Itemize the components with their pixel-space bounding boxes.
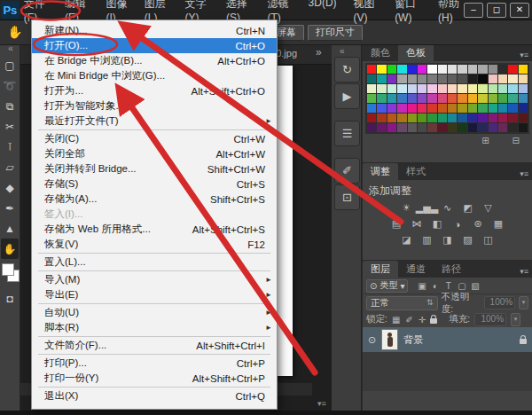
swatch-3-0[interactable] [367,94,376,103]
file-menu-item-15[interactable]: 恢复(V)F12 [32,237,277,252]
color-balance-icon[interactable]: ⋈ [410,216,424,231]
file-menu-item-12[interactable]: 存储为(A)...Shift+Ctrl+S [32,192,277,207]
swatch-3-4[interactable] [408,94,417,103]
swatch-6-1[interactable] [377,123,386,132]
close-button[interactable]: ✕ [510,3,529,18]
swatch-3-9[interactable] [458,94,466,103]
swatch-1-13[interactable] [498,74,507,83]
swatch-0-7[interactable] [438,65,447,74]
swatch-1-5[interactable] [418,74,426,83]
swatch-2-8[interactable] [448,84,457,93]
swatch-4-9[interactable] [458,104,466,113]
swatch-1-8[interactable] [448,74,457,83]
swatch-5-10[interactable] [468,114,477,122]
levels-icon[interactable]: ▂▅▃ [420,200,434,215]
swatch-5-9[interactable] [458,114,466,122]
swatch-4-6[interactable] [427,104,436,113]
swatch-4-10[interactable] [468,104,477,113]
file-menu-item-27[interactable]: 打印(P)...Ctrl+P [32,356,277,371]
swatch-0-8[interactable] [448,65,457,74]
print-size-button[interactable]: 打印尺寸 [308,25,363,41]
layer-thumbnail[interactable] [381,329,398,350]
swatch-4-7[interactable] [438,104,447,113]
swatch-3-11[interactable] [478,94,487,103]
swatch-1-12[interactable] [489,74,497,83]
file-menu-item-9[interactable]: 关闭全部Alt+Ctrl+W [32,146,277,161]
swatch-1-2[interactable] [387,74,396,83]
swatch-0-0[interactable] [367,65,376,74]
swatch-2-11[interactable] [478,84,487,93]
swatch-0-6[interactable] [427,65,436,74]
swatch-2-12[interactable] [489,84,497,93]
foreground-color-swatch[interactable] [2,263,14,276]
swatch-2-1[interactable] [377,84,386,93]
swatch-5-0[interactable] [367,114,376,122]
layers-tab-通道[interactable]: 通道 [398,261,434,278]
swatch-5-12[interactable] [489,114,497,122]
swatch-3-3[interactable] [397,94,406,103]
visibility-eye-icon[interactable]: ⊙ [368,334,376,346]
swatch-0-13[interactable] [498,65,507,74]
swatch-6-3[interactable] [397,123,406,132]
adjustments-tab-调整[interactable]: 调整 [363,163,398,180]
swatch-5-2[interactable] [387,114,396,122]
swatch-2-7[interactable] [438,84,447,93]
file-menu-item-6[interactable]: 最近打开文件(T)► [32,114,277,129]
threshold-icon[interactable]: ◨ [441,232,455,247]
adjustments-panel-menu-icon[interactable]: ▾≡ [520,169,532,180]
swatch-2-10[interactable] [468,84,477,93]
swatch-0-9[interactable] [458,65,466,74]
menubar-item-8[interactable]: 视图(V) [353,0,379,26]
file-menu-item-4[interactable]: 打开为...Alt+Shift+Ctrl+O [32,83,277,98]
blur-tool[interactable]: ◆ [1,177,19,198]
file-menu-item-25[interactable]: 文件简介(F)...Alt+Shift+Ctrl+I [32,338,277,353]
swatch-3-1[interactable] [377,94,386,103]
swatch-1-11[interactable] [478,74,487,83]
swatch-0-1[interactable] [377,65,386,74]
swatch-2-2[interactable] [387,84,396,93]
invert-icon[interactable]: ◪ [400,232,414,247]
swatch-4-0[interactable] [367,104,376,113]
filter-smartobject-icon[interactable]: ▧ [469,281,481,291]
swatch-6-7[interactable] [438,123,447,132]
swatch-0-5[interactable] [418,65,426,74]
swatch-4-8[interactable] [448,104,457,113]
brush-panel-icon[interactable]: ✐ [334,158,360,184]
swatch-6-8[interactable] [448,123,457,132]
swatch-6-5[interactable] [418,123,426,132]
selective-color-icon[interactable]: ◫ [481,232,496,247]
swatches-tab-色板[interactable]: 色板 [398,44,434,61]
swatch-5-1[interactable] [377,114,386,122]
rect-marquee-tool[interactable]: ▢ [1,55,19,75]
clone-stamp-tool[interactable]: ⊺ [1,137,19,157]
file-menu-item-23[interactable]: 脚本(R)► [32,320,277,335]
swatch-2-3[interactable] [397,84,406,93]
swatch-6-2[interactable] [387,123,396,132]
swatch-3-8[interactable] [448,94,457,103]
file-menu-item-19[interactable]: 导入(M)► [32,272,277,287]
filter-pixel-icon[interactable]: ▣ [416,281,427,291]
swatch-1-10[interactable] [468,74,477,83]
swatch-4-11[interactable] [478,104,487,113]
swatch-2-4[interactable] [408,84,417,93]
quick-mask-button[interactable]: ◘ [1,288,19,309]
blend-mode-dropdown[interactable]: 正常 ⇅ [366,296,438,310]
menubar-item-7[interactable]: 3D(D) [308,0,338,26]
file-menu-item-17[interactable]: 置入(L)... [32,254,277,270]
swatch-0-14[interactable] [508,65,517,74]
swatch-3-12[interactable] [489,94,497,103]
crop-tool[interactable]: ⧉ [1,96,19,116]
swatch-5-7[interactable] [438,114,447,122]
exposure-icon[interactable]: ◩ [461,200,475,215]
swatch-5-6[interactable] [427,114,436,122]
swatch-5-8[interactable] [448,114,457,122]
swatch-1-7[interactable] [438,74,447,83]
swatch-2-9[interactable] [458,84,466,93]
file-menu-item-8[interactable]: 关闭(C)Ctrl+W [32,131,277,146]
swatch-0-10[interactable] [468,65,477,74]
swatch-5-5[interactable] [418,114,426,122]
filter-shape-icon[interactable]: ▢ [456,281,467,291]
swatch-5-13[interactable] [498,114,507,122]
swatch-3-15[interactable] [519,94,528,103]
swatch-1-9[interactable] [458,74,466,83]
